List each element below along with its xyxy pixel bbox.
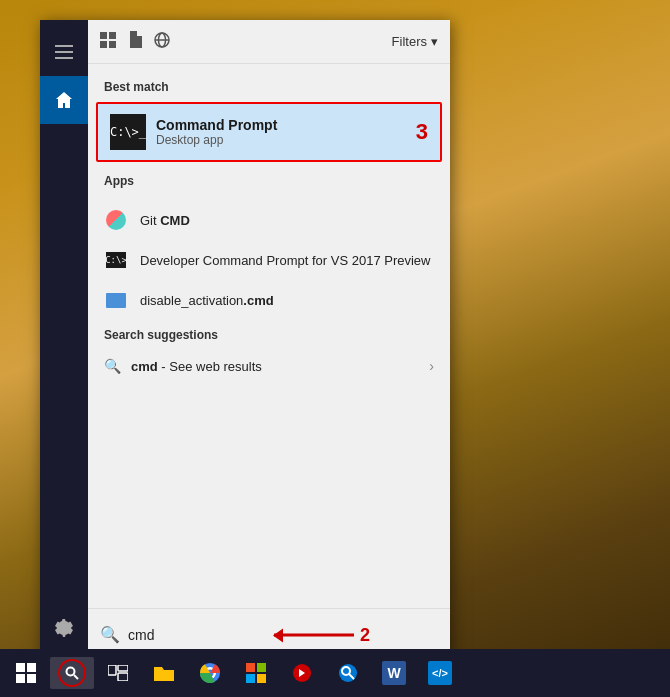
svg-rect-1 [55, 51, 73, 53]
list-item[interactable]: C:\> Developer Command Prompt for VS 201… [88, 240, 450, 280]
list-item[interactable]: Git CMD [88, 200, 450, 240]
suggestion-text: cmd - See web results [131, 359, 262, 374]
svg-rect-24 [246, 674, 255, 683]
best-match-title: Command Prompt [156, 117, 416, 133]
task-view-button[interactable] [96, 651, 140, 695]
results-area: Best match C:\>_ Command Prompt Desktop … [88, 64, 450, 608]
best-match-number: 3 [416, 119, 428, 145]
svg-point-14 [67, 668, 75, 676]
best-match-item[interactable]: C:\>_ Command Prompt Desktop app 3 [96, 102, 442, 162]
svg-rect-6 [109, 41, 116, 48]
chevron-right-icon: › [429, 358, 434, 374]
sidebar-bottom [40, 604, 88, 652]
search-bar-icon: 🔍 [100, 625, 120, 644]
apps-list: Git CMD C:\> Developer Command Prompt fo… [88, 196, 450, 324]
taskbar-search[interactable] [50, 657, 94, 689]
arrow-line [274, 633, 354, 636]
annotation-number: 2 [360, 624, 370, 645]
word-button[interactable]: W [372, 651, 416, 695]
start-menu-sidebar [40, 20, 88, 660]
git-cmd-icon [104, 208, 128, 232]
vscode-button[interactable]: </> [418, 651, 462, 695]
sidebar-home[interactable] [40, 76, 88, 124]
dev-cmd-icon: C:\> [104, 248, 128, 272]
store-button[interactable] [234, 651, 278, 695]
file-explorer-button[interactable] [142, 651, 186, 695]
command-prompt-icon: C:\>_ [110, 114, 146, 150]
start-menu-content: Filters ▾ Best match C:\>_ Command Promp… [88, 20, 450, 660]
filters-label: Filters [392, 34, 427, 49]
svg-rect-3 [100, 32, 107, 39]
best-match-text: Command Prompt Desktop app [156, 117, 416, 147]
svg-rect-13 [27, 674, 36, 683]
disable-activation-label: disable_activation.cmd [140, 293, 274, 308]
best-match-label: Best match [88, 76, 450, 102]
arrow-annotation-2: 2 [274, 624, 370, 645]
svg-rect-25 [257, 674, 266, 683]
svg-rect-17 [118, 665, 128, 671]
disable-activation-icon [104, 288, 128, 312]
filters-button[interactable]: Filters ▾ [392, 34, 438, 49]
search-suggestion-icon: 🔍 [104, 358, 121, 374]
svg-rect-16 [108, 665, 116, 675]
svg-rect-2 [55, 57, 73, 59]
sidebar-settings[interactable] [40, 604, 88, 652]
app-button-1[interactable] [280, 651, 324, 695]
svg-rect-4 [109, 32, 116, 39]
search-circle-icon [58, 659, 86, 687]
svg-rect-5 [100, 41, 107, 48]
svg-rect-12 [16, 674, 25, 683]
svg-rect-0 [55, 45, 73, 47]
svg-rect-11 [27, 663, 36, 672]
apps-label: Apps [88, 170, 450, 196]
start-menu: Filters ▾ Best match C:\>_ Command Promp… [40, 20, 450, 660]
chrome-button[interactable] [188, 651, 232, 695]
svg-rect-10 [16, 663, 25, 672]
dev-cmd-label: Developer Command Prompt for VS 2017 Pre… [140, 253, 430, 268]
suggestion-item[interactable]: 🔍 cmd - See web results › [88, 350, 450, 382]
document-icon[interactable] [128, 31, 142, 52]
list-item[interactable]: disable_activation.cmd [88, 280, 450, 320]
grid-icon[interactable] [100, 32, 116, 52]
start-button[interactable] [4, 651, 48, 695]
chevron-down-icon: ▾ [431, 34, 438, 49]
sidebar-hamburger[interactable] [40, 28, 88, 76]
toolbar: Filters ▾ [88, 20, 450, 64]
app-button-2[interactable] [326, 651, 370, 695]
suggestions-label: Search suggestions [88, 324, 450, 350]
best-match-subtitle: Desktop app [156, 133, 416, 147]
globe-icon[interactable] [154, 32, 170, 52]
svg-rect-22 [246, 663, 255, 672]
svg-line-15 [74, 675, 78, 679]
taskbar: W </> [0, 649, 670, 697]
svg-rect-23 [257, 663, 266, 672]
svg-rect-18 [118, 673, 128, 681]
git-cmd-label: Git CMD [140, 213, 190, 228]
